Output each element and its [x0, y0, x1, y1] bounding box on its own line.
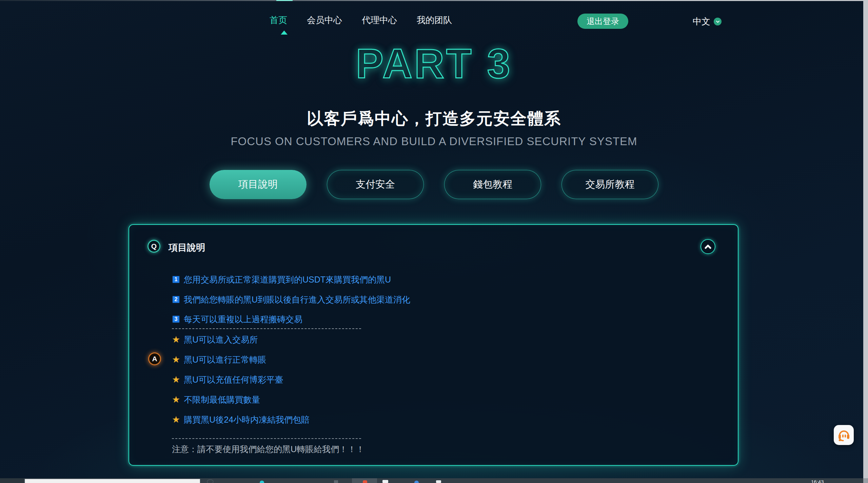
list-item-text: 您用交易所或正常渠道購買到的USDT來購買我們的黑U: [184, 274, 391, 285]
window-top-edge: [0, 0, 868, 1]
part-heading: PART 3: [0, 40, 868, 88]
chevron-up-icon: [704, 244, 712, 249]
list-item: ★ 不限制最低購買數量: [172, 394, 260, 405]
list-item: ★ 黑U可以充值任何博彩平臺: [172, 374, 283, 385]
number-badge: 2: [172, 295, 180, 304]
main-nav: 首页 会员中心 代理中心 我的团队: [270, 14, 452, 26]
question-badge: Q: [147, 240, 160, 253]
number-badge: 3: [172, 315, 180, 323]
page-subtitle: FOCUS ON CUSTOMERS AND BUILD A DIVERSIFI…: [0, 135, 868, 148]
taskbar-app-icon[interactable]: [382, 480, 388, 483]
answer-badge: A: [148, 352, 161, 365]
taskbar-app-icon[interactable]: [436, 480, 441, 483]
chevron-down-icon[interactable]: [714, 18, 722, 25]
tab-exchange-tutorial[interactable]: 交易所教程: [561, 170, 658, 199]
nav-item-home[interactable]: 首页: [270, 14, 287, 26]
list-item-text: 我們給您轉賬的黑U到賬以後自行進入交易所或其他渠道消化: [184, 294, 410, 305]
faq-panel-title: 項目說明: [169, 242, 205, 254]
collapse-button[interactable]: [701, 239, 715, 254]
nav-item-agent-center[interactable]: 代理中心: [362, 14, 397, 26]
taskbar-app-icon[interactable]: [414, 481, 419, 483]
list-item-text: 黑U可以充值任何博彩平臺: [184, 374, 283, 385]
list-item-text: 黑U可以進行正常轉賬: [184, 354, 266, 365]
taskbar-app-icon[interactable]: [363, 480, 367, 483]
taskbar-app-icon[interactable]: [334, 480, 338, 483]
triangle-up-indicator: [281, 31, 288, 35]
list-item-text: 每天可以重複以上過程搬磚交易: [184, 314, 302, 325]
star-icon: ★: [172, 415, 180, 424]
cortana-icon[interactable]: [207, 479, 214, 483]
star-icon: ★: [172, 355, 180, 364]
tab-wallet-tutorial[interactable]: 錢包教程: [444, 170, 541, 199]
list-item: ★ 購買黑U後24小時内凍結我們包賠: [172, 414, 310, 425]
section-tabs: 項目說明 支付安全 錢包教程 交易所教程: [0, 170, 868, 199]
list-item-text: 不限制最低購買數量: [184, 394, 260, 405]
customer-service-button[interactable]: [834, 425, 854, 445]
dashed-divider: [172, 328, 361, 329]
dashed-divider: [172, 438, 361, 439]
faq-panel: Q 項目說明 1 您用交易所或正常渠道購買到的USDT來購買我們的黑U 2 我們…: [129, 224, 738, 466]
scrollbar-down-arrow[interactable]: [863, 478, 868, 483]
list-item: ★ 黑U可以進入交易所: [172, 334, 258, 345]
logout-button[interactable]: 退出登录: [577, 14, 628, 29]
star-icon: ★: [172, 395, 180, 404]
page-title: 以客戶爲中心，打造多元安全體系: [0, 108, 868, 130]
list-item: 1 您用交易所或正常渠道購買到的USDT來購買我們的黑U: [172, 274, 391, 285]
warning-note: 注意：請不要使用我們給您的黑U轉賬給我們！！！: [172, 444, 364, 455]
star-icon: ★: [172, 335, 180, 344]
list-item-text: 購買黑U後24小時内凍結我們包賠: [184, 414, 310, 425]
start-button[interactable]: [0, 478, 24, 483]
page: 首页 会员中心 代理中心 我的团队 退出登录 中文 PART 3 以客戶爲中心，…: [0, 0, 868, 483]
number-badge: 1: [172, 275, 180, 284]
nav-item-my-team[interactable]: 我的团队: [417, 14, 452, 26]
star-icon: ★: [172, 375, 180, 384]
nav-item-member-center[interactable]: 会员中心: [307, 14, 342, 26]
window-top-glint: [276, 0, 293, 1]
taskbar: 16:43: [0, 478, 863, 483]
language-label: 中文: [693, 16, 710, 27]
tab-project-description[interactable]: 項目說明: [210, 170, 307, 199]
taskbar-search-input[interactable]: [25, 479, 200, 483]
taskbar-clock: 16:43: [811, 479, 824, 483]
list-item: 3 每天可以重複以上過程搬磚交易: [172, 314, 302, 324]
list-item-text: 黑U可以進入交易所: [184, 334, 258, 345]
language-selector[interactable]: 中文: [693, 16, 722, 27]
list-item: ★ 黑U可以進行正常轉賬: [172, 354, 266, 365]
tab-payment-security[interactable]: 支付安全: [327, 170, 424, 199]
note-row: 注意：請不要使用我們給您的黑U轉賬給我們！！！: [172, 444, 364, 454]
scrollbar[interactable]: [863, 0, 868, 483]
headset-icon: [837, 428, 851, 442]
list-item: 2 我們給您轉賬的黑U到賬以後自行進入交易所或其他渠道消化: [172, 294, 410, 305]
scrollbar-thumb[interactable]: [863, 0, 868, 474]
taskbar-app-icon[interactable]: [260, 481, 264, 483]
